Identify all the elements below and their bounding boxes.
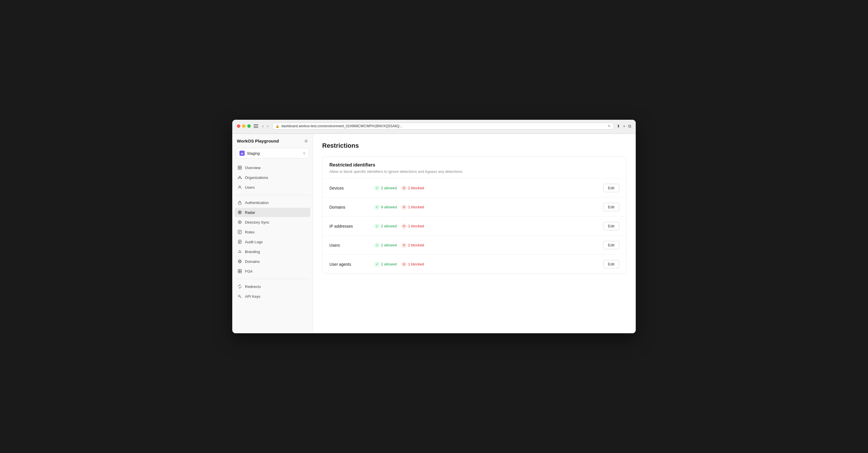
lock-icon: 🔒 bbox=[276, 124, 280, 128]
organizations-label: Organizations bbox=[245, 175, 268, 180]
users-allowed-badge: ✓ 2 allowed bbox=[374, 243, 397, 248]
back-button[interactable]: ‹ bbox=[261, 123, 265, 129]
sidebar-header: WorkOS Playground ⚙ bbox=[232, 139, 313, 148]
sidebar-item-authentication[interactable]: Authentication bbox=[235, 198, 310, 207]
roles-icon bbox=[238, 230, 242, 234]
domains-badges: ✓ 9 allowed ✕ 1 blocked bbox=[374, 204, 598, 210]
devices-blocked-count: 2 blocked bbox=[408, 186, 424, 190]
sidebar: WorkOS Playground ⚙ ◈ Staging ∨ Overview bbox=[232, 134, 313, 333]
svg-rect-1 bbox=[240, 166, 242, 167]
browser-actions: ⬆ + ⧉ bbox=[617, 124, 631, 129]
minimize-button[interactable] bbox=[242, 124, 246, 128]
devices-blocked-badge: ✕ 2 blocked bbox=[401, 186, 424, 191]
ip-addresses-allowed-count: 2 allowed bbox=[381, 224, 397, 228]
svg-rect-3 bbox=[240, 168, 242, 169]
sidebar-item-directory-sync[interactable]: Directory Sync bbox=[235, 218, 310, 227]
user-agents-blocked-badge: ✕ 1 blocked bbox=[401, 262, 424, 267]
divider-1 bbox=[236, 195, 309, 195]
domains-allowed-count: 9 allowed bbox=[381, 205, 397, 209]
page-title: Restrictions bbox=[322, 142, 626, 149]
blocked-x-icon: ✕ bbox=[401, 243, 407, 248]
sidebar-item-overview[interactable]: Overview bbox=[235, 163, 310, 172]
sidebar-item-audit-logs[interactable]: Audit Logs bbox=[235, 237, 310, 247]
fga-icon bbox=[238, 269, 242, 274]
audit-logs-label: Audit Logs bbox=[245, 240, 262, 244]
sidebar-item-organizations[interactable]: Organizations bbox=[235, 173, 310, 182]
allowed-check-icon: ✓ bbox=[374, 204, 379, 210]
blocked-x-icon: ✕ bbox=[401, 224, 407, 229]
domains-label: Domains bbox=[245, 259, 260, 264]
user-agents-allowed-badge: ✓ 2 allowed bbox=[374, 262, 397, 267]
users-icon bbox=[238, 185, 242, 190]
fullscreen-button[interactable] bbox=[247, 124, 251, 128]
sidebar-item-users[interactable]: Users bbox=[235, 182, 310, 192]
sidebar-item-branding[interactable]: Branding bbox=[235, 247, 310, 256]
ip-addresses-blocked-count: 1 blocked bbox=[408, 224, 424, 228]
authentication-icon bbox=[238, 200, 242, 205]
branding-icon bbox=[238, 249, 242, 254]
blocked-x-icon: ✕ bbox=[401, 186, 407, 191]
sidebar-item-api-keys[interactable]: API Keys bbox=[235, 292, 310, 301]
tabs-icon[interactable]: ⧉ bbox=[628, 124, 631, 129]
settings-icon[interactable]: ⚙ bbox=[304, 139, 308, 143]
new-tab-icon[interactable]: + bbox=[623, 124, 625, 129]
audit-logs-icon bbox=[238, 239, 242, 244]
directory-sync-icon bbox=[238, 220, 242, 225]
devices-allowed-count: 2 allowed bbox=[381, 186, 397, 190]
devices-edit-button[interactable]: Edit bbox=[603, 184, 619, 192]
env-selector[interactable]: ◈ Staging ∨ bbox=[236, 148, 309, 159]
user-agents-label: User agents bbox=[330, 262, 370, 266]
sidebar-nav-tertiary: Redirects API Keys bbox=[232, 282, 313, 301]
ip-addresses-label: IP addresses bbox=[330, 224, 370, 228]
restriction-row-ip-addresses: IP addresses ✓ 2 allowed ✕ 1 blocked Edi… bbox=[322, 217, 626, 235]
svg-rect-18 bbox=[240, 270, 242, 271]
allowed-check-icon: ✓ bbox=[374, 243, 379, 248]
share-icon[interactable]: ⬆ bbox=[617, 124, 620, 129]
users-edit-button[interactable]: Edit bbox=[603, 241, 619, 249]
main-content: Restrictions Restricted identifiers Allo… bbox=[313, 134, 636, 333]
users-label: Users bbox=[245, 185, 255, 190]
url-text: dashboard.workos-test.com/environment_01… bbox=[281, 124, 402, 128]
url-bar[interactable]: 🔒 dashboard.workos-test.com/environment_… bbox=[272, 123, 614, 130]
api-keys-icon bbox=[238, 294, 242, 299]
allowed-check-icon: ✓ bbox=[374, 186, 379, 191]
ip-addresses-edit-button[interactable]: Edit bbox=[603, 222, 619, 230]
sidebar-item-domains[interactable]: Domains bbox=[235, 257, 310, 266]
sidebar-item-fga[interactable]: FGA bbox=[235, 266, 310, 276]
close-button[interactable] bbox=[237, 124, 240, 128]
sidebar-nav-primary: Overview Organizations Users bbox=[232, 163, 313, 192]
sidebar-toggle-icon[interactable] bbox=[254, 124, 258, 128]
svg-point-6 bbox=[241, 178, 242, 179]
svg-rect-20 bbox=[240, 272, 242, 273]
sidebar-item-redirects[interactable]: Redirects bbox=[235, 282, 310, 291]
users-blocked-count: 2 blocked bbox=[408, 243, 424, 247]
browser-chrome: ‹ › 🔒 dashboard.workos-test.com/environm… bbox=[232, 120, 636, 134]
sidebar-item-radar[interactable]: Radar bbox=[235, 208, 310, 217]
domains-allowed-badge: ✓ 9 allowed bbox=[374, 204, 397, 210]
user-agents-edit-button[interactable]: Edit bbox=[603, 260, 619, 268]
browser-window: ‹ › 🔒 dashboard.workos-test.com/environm… bbox=[232, 120, 636, 333]
svg-rect-8 bbox=[238, 202, 241, 204]
svg-point-11 bbox=[240, 212, 240, 213]
ip-addresses-badges: ✓ 2 allowed ✕ 1 blocked bbox=[374, 224, 598, 229]
card-description: Allow or block specific identifiers to i… bbox=[330, 169, 619, 174]
user-agents-blocked-count: 1 blocked bbox=[408, 262, 424, 266]
radar-icon bbox=[238, 210, 242, 215]
sidebar-item-roles[interactable]: Roles bbox=[235, 227, 310, 236]
domains-edit-button[interactable]: Edit bbox=[603, 203, 619, 211]
user-agents-allowed-count: 2 allowed bbox=[381, 262, 397, 266]
chevron-down-icon: ∨ bbox=[303, 151, 306, 155]
reload-icon[interactable]: ↻ bbox=[608, 124, 611, 128]
domains-icon bbox=[238, 259, 242, 264]
overview-icon bbox=[238, 165, 242, 170]
user-agents-badges: ✓ 2 allowed ✕ 1 blocked bbox=[374, 262, 598, 267]
restrictions-card: Restricted identifiers Allow or block sp… bbox=[322, 157, 626, 274]
divider-2 bbox=[236, 279, 309, 279]
authentication-label: Authentication bbox=[245, 201, 269, 205]
restriction-row-devices: Devices ✓ 2 allowed ✕ 2 blocked Edit bbox=[322, 178, 626, 197]
traffic-lights bbox=[237, 124, 251, 128]
allowed-check-icon: ✓ bbox=[374, 262, 379, 267]
forward-button[interactable]: › bbox=[266, 123, 270, 129]
fga-label: FGA bbox=[245, 269, 253, 274]
svg-rect-19 bbox=[238, 272, 240, 273]
